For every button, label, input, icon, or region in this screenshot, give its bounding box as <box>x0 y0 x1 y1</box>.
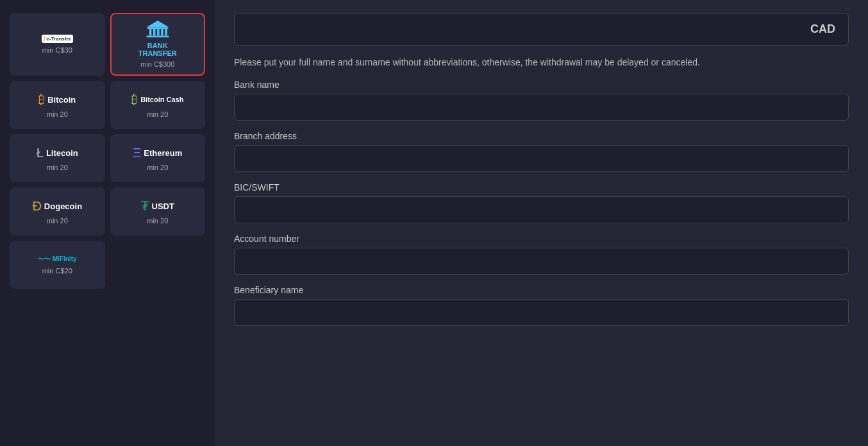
payment-option-mifinity[interactable]: 〜〜 MiFinity min C$20 <box>10 241 105 289</box>
beneficiary-name-input[interactable] <box>234 299 849 326</box>
svg-marker-7 <box>146 21 169 28</box>
payment-option-usdt[interactable]: ₮ USDT min 20 <box>110 187 206 236</box>
bitcoin-cash-icon-area: ₿ Bitcoin Cash <box>131 92 183 107</box>
bank-name-label: Bank name <box>234 80 849 90</box>
payment-option-bank-transfer[interactable]: BANKTRANSFER min C$300 <box>110 13 206 76</box>
svg-rect-1 <box>149 29 152 36</box>
dogecoin-icon-area: Ð Dogecoin <box>32 199 82 214</box>
mifinity-icon-area: 〜〜 MiFinity <box>38 255 77 264</box>
usdt-icon-area: ₮ USDT <box>141 198 174 214</box>
interac-logo: i e-Transfer <box>42 35 73 43</box>
account-number-group: Account number <box>234 234 849 275</box>
payment-row-2: ₿ Bitcoin min 20 ₿ Bitcoin Cash min 20 <box>10 81 205 129</box>
beneficiary-name-group: Beneficiary name <box>234 285 849 326</box>
usdt-min-label: min 20 <box>147 217 168 225</box>
branch-address-input[interactable] <box>234 145 849 172</box>
payment-option-litecoin[interactable]: Ł Litecoin min 20 <box>10 134 105 182</box>
beneficiary-name-label: Beneficiary name <box>234 285 849 295</box>
litecoin-icon: Ł <box>37 146 44 160</box>
bic-swift-label: BIC/SWIFT <box>234 182 849 193</box>
bic-swift-group: BIC/SWIFT <box>234 182 849 223</box>
bank-name-input[interactable] <box>234 94 849 121</box>
interac-i: i <box>44 35 46 42</box>
svg-rect-4 <box>161 29 163 36</box>
bitcoin-label: Bitcoin <box>47 95 76 105</box>
account-number-label: Account number <box>234 234 849 244</box>
litecoin-label: Litecoin <box>46 148 78 158</box>
interac-min-label: min C$30 <box>42 46 72 54</box>
mifinity-icon: 〜〜 MiFinity <box>38 255 77 264</box>
payment-option-bitcoin-cash[interactable]: ₿ Bitcoin Cash min 20 <box>110 81 206 129</box>
svg-rect-2 <box>153 29 156 36</box>
payment-option-bitcoin[interactable]: ₿ Bitcoin min 20 <box>10 81 105 129</box>
bitcoin-icon: ₿ <box>38 92 45 107</box>
svg-rect-0 <box>147 28 168 30</box>
bitcoin-cash-min-label: min 20 <box>147 110 168 118</box>
mifinity-min-label: min C$20 <box>42 267 72 275</box>
bitcoin-min-label: min 20 <box>47 110 68 118</box>
payment-methods-panel: i e-Transfer min C$30 B <box>0 0 215 446</box>
bic-swift-input[interactable] <box>234 196 849 223</box>
payment-row-1: i e-Transfer min C$30 B <box>10 13 205 76</box>
litecoin-icon-area: Ł Litecoin <box>37 146 78 160</box>
dogecoin-icon: Ð <box>32 199 41 214</box>
svg-rect-5 <box>165 29 167 36</box>
payment-row-4: Ð Dogecoin min 20 ₮ USDT min 20 <box>10 187 205 236</box>
currency-display: CAD <box>234 13 849 46</box>
info-message: Please put your full name and surname wi… <box>234 56 849 69</box>
dogecoin-label: Dogecoin <box>44 202 82 211</box>
ethereum-min-label: min 20 <box>147 164 168 171</box>
payment-option-dogecoin[interactable]: Ð Dogecoin min 20 <box>10 187 105 236</box>
interac-text-label: e-Transfer <box>46 36 71 42</box>
interac-icon-area: i e-Transfer <box>42 35 73 43</box>
bitcoin-cash-icon: ₿ <box>131 92 138 107</box>
ethereum-icon-area: Ξ Ethereum <box>133 146 182 160</box>
bank-icon-area <box>146 21 169 39</box>
dogecoin-min-label: min 20 <box>47 217 68 225</box>
ethereum-label: Ethereum <box>144 148 182 158</box>
litecoin-min-label: min 20 <box>47 164 68 171</box>
bitcoin-cash-label: Bitcoin Cash <box>140 96 183 103</box>
payment-row-5: 〜〜 MiFinity min C$20 <box>10 241 205 289</box>
svg-rect-6 <box>146 36 169 38</box>
bank-name-group: Bank name <box>234 80 849 121</box>
bank-transfer-form-panel: CAD Please put your full name and surnam… <box>215 0 868 446</box>
bank-transfer-min-label: min C$300 <box>140 60 174 68</box>
bitcoin-icon-area: ₿ Bitcoin <box>38 92 76 107</box>
payment-option-interac[interactable]: i e-Transfer min C$30 <box>10 13 105 76</box>
branch-address-label: Branch address <box>234 131 849 141</box>
branch-address-group: Branch address <box>234 131 849 172</box>
usdt-label: USDT <box>152 202 174 211</box>
payment-option-ethereum[interactable]: Ξ Ethereum min 20 <box>110 134 206 182</box>
usdt-icon: ₮ <box>141 198 149 214</box>
account-number-input[interactable] <box>234 248 849 275</box>
payment-row-3: Ł Litecoin min 20 Ξ Ethereum min 20 <box>10 134 205 182</box>
bank-transfer-icon <box>146 21 169 39</box>
svg-rect-3 <box>157 29 160 36</box>
ethereum-icon: Ξ <box>133 146 141 160</box>
bank-transfer-label: BANKTRANSFER <box>138 42 177 57</box>
